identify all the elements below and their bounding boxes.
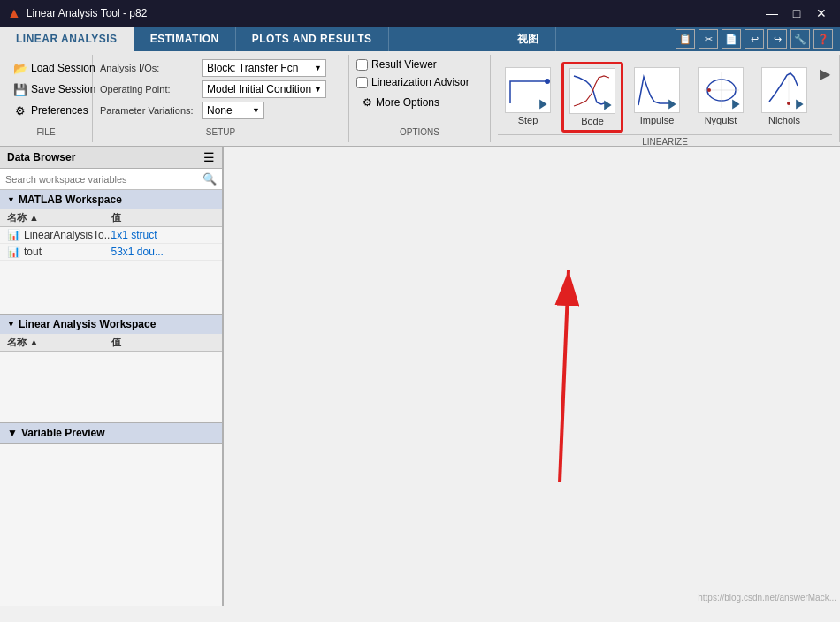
maximize-button[interactable]: □: [785, 2, 808, 25]
toolbar-btn-5[interactable]: ↪: [767, 29, 787, 49]
matlab-workspace-header[interactable]: ▼ MATLAB Workspace: [0, 190, 222, 209]
matlab-workspace-empty-space: [0, 261, 222, 314]
variable-preview-title: Variable Preview: [21, 427, 105, 439]
nyquist-label: Nyquist: [705, 115, 737, 125]
step-chart: [505, 67, 551, 113]
preferences-label: Preferences: [31, 104, 88, 117]
analysis-ios-label: Analysis I/Os:: [100, 63, 197, 73]
save-session-label: Save Session: [31, 83, 95, 95]
save-session-button[interactable]: 💾 Save Session: [7, 80, 102, 99]
file-button-group: 📂 Load Session 💾 Save Session ⚙ Preferen…: [7, 58, 102, 120]
svg-point-4: [707, 88, 711, 92]
options-content: Result Viewer Linearization Advisor ⚙ Mo…: [356, 58, 483, 123]
name-col-header: 名称 ▲: [7, 211, 111, 224]
save-icon: 💾: [13, 82, 27, 96]
matlab-workspace-title: MATLAB Workspace: [19, 193, 122, 206]
linearize-section: Step Bode: [491, 55, 840, 142]
variable-preview-content: [0, 444, 222, 606]
load-icon: 📂: [13, 61, 27, 75]
table-row[interactable]: 📊 LinearAnalysisTo... 1x1 struct: [0, 227, 222, 244]
toolbar-btn-4[interactable]: ↩: [745, 29, 764, 49]
svg-point-6: [787, 102, 790, 105]
operating-point-value: Model Initial Condition: [207, 83, 311, 95]
linear-workspace-title: Linear Analysis Workspace: [19, 318, 156, 330]
toolbar-btn-2[interactable]: ✂: [699, 29, 718, 49]
bode-label: Bode: [581, 116, 604, 126]
prefs-icon: ⚙: [13, 103, 27, 118]
load-session-button[interactable]: 📂 Load Session: [7, 58, 102, 78]
ribbon-tabs: LINEAR ANALYSIS ESTIMATION PLOTS AND RES…: [0, 27, 840, 51]
title-bar-controls: — □ ✕: [760, 2, 833, 25]
table-row[interactable]: 📊 tout 53x1 dou...: [0, 244, 222, 261]
matlab-workspace-section: ▼ MATLAB Workspace 名称 ▲ 值 📊 LinearAnalys…: [0, 190, 222, 315]
linearization-advisor-label: Linearization Advisor: [371, 76, 470, 88]
file-section: 📂 Load Session 💾 Save Session ⚙ Preferen…: [0, 55, 93, 142]
operating-point-arrow: ▼: [314, 85, 322, 94]
preferences-button[interactable]: ⚙ Preferences: [7, 101, 102, 120]
param-variations-row: Parameter Variations: None ▼: [100, 102, 341, 119]
options-section: Result Viewer Linearization Advisor ⚙ Mo…: [349, 55, 491, 142]
param-variations-arrow: ▼: [252, 106, 260, 115]
nyquist-chart: [698, 67, 744, 113]
linear-collapse-icon: ▼: [7, 320, 15, 329]
nyquist-plot-button[interactable]: Nyquist: [691, 62, 751, 131]
linearization-advisor-checkbox[interactable]: [356, 77, 368, 88]
toolbar-btn-3[interactable]: 📄: [722, 29, 741, 49]
tab-plots-results[interactable]: PLOTS AND RESULTS: [236, 27, 389, 51]
row1-icon: 📊: [7, 229, 20, 241]
search-input[interactable]: [5, 174, 199, 185]
linear-value-col: 值: [111, 336, 216, 349]
result-viewer-checkbox[interactable]: [356, 59, 368, 71]
step-label: Step: [518, 115, 538, 125]
more-options-button[interactable]: ⚙ More Options: [356, 94, 446, 111]
main-area: Data Browser ☰ 🔍 ▼ MATLAB Workspace 名称 ▲…: [0, 147, 840, 606]
setup-section-label: SETUP: [100, 125, 341, 139]
linear-name-col: 名称 ▲: [7, 336, 111, 349]
impulse-plot-button[interactable]: Impulse: [627, 62, 687, 131]
minimize-button[interactable]: —: [760, 2, 783, 25]
row2-icon: 📊: [7, 246, 20, 258]
file-section-label: FILE: [7, 125, 85, 139]
load-session-label: Load Session: [31, 62, 95, 74]
tab-view[interactable]: 视图: [501, 27, 556, 51]
analysis-ios-row: Analysis I/Os: Block: Transfer Fcn ▼: [100, 59, 341, 77]
bode-plot-button[interactable]: Bode: [561, 62, 623, 133]
impulse-chart: [634, 67, 680, 113]
tab-estimation[interactable]: ESTIMATION: [134, 27, 236, 51]
row2-name: 📊 tout: [7, 246, 111, 258]
ribbon-bar: 📂 Load Session 💾 Save Session ⚙ Preferen…: [0, 51, 840, 147]
more-plots-button[interactable]: ▶: [818, 62, 832, 86]
operating-point-label: Operating Point:: [100, 84, 197, 95]
variable-preview-header[interactable]: ▼ Variable Preview: [0, 423, 222, 444]
tab-linear-analysis[interactable]: LINEAR ANALYSIS: [0, 27, 134, 51]
result-viewer-row: Result Viewer: [356, 58, 437, 71]
analysis-ios-dropdown[interactable]: Block: Transfer Fcn ▼: [202, 59, 326, 77]
linear-workspace-section: ▼ Linear Analysis Workspace 名称 ▲ 值: [0, 315, 222, 423]
sidebar-header: Data Browser ☰: [0, 147, 222, 169]
toolbar-btn-6[interactable]: 🔧: [790, 29, 810, 49]
linear-table-header: 名称 ▲ 值: [0, 334, 222, 352]
title-bar: ▲ Linear Analysis Tool - p82 — □ ✕: [0, 0, 840, 27]
app-icon: ▲: [7, 5, 21, 21]
content-area: https://blog.csdn.net/answerMack...: [224, 147, 840, 606]
param-variations-dropdown[interactable]: None ▼: [202, 102, 264, 119]
watermark: https://blog.csdn.net/answerMack...: [698, 593, 836, 603]
operating-point-row: Operating Point: Model Initial Condition…: [100, 80, 341, 98]
annotation-arrow-svg: [224, 147, 840, 606]
impulse-label: Impulse: [640, 115, 675, 125]
options-section-label: OPTIONS: [356, 125, 483, 139]
sidebar-menu-icon[interactable]: ☰: [203, 150, 215, 164]
toolbar-btn-1[interactable]: 📋: [676, 29, 695, 49]
linear-workspace-header[interactable]: ▼ Linear Analysis Workspace: [0, 315, 222, 334]
step-plot-button[interactable]: Step: [498, 62, 558, 131]
title-bar-left: ▲ Linear Analysis Tool - p82: [7, 5, 147, 21]
preview-collapse-icon: ▼: [7, 427, 18, 439]
gear-icon: ⚙: [363, 96, 372, 109]
sidebar-title: Data Browser: [7, 151, 75, 163]
close-button[interactable]: ✕: [810, 2, 833, 25]
linearize-content: Step Bode: [498, 58, 832, 133]
linear-workspace-empty: [0, 352, 222, 422]
operating-point-dropdown[interactable]: Model Initial Condition ▼: [202, 80, 326, 98]
nichols-plot-button[interactable]: Nichols: [754, 62, 814, 131]
toolbar-btn-7[interactable]: ❓: [813, 29, 833, 49]
